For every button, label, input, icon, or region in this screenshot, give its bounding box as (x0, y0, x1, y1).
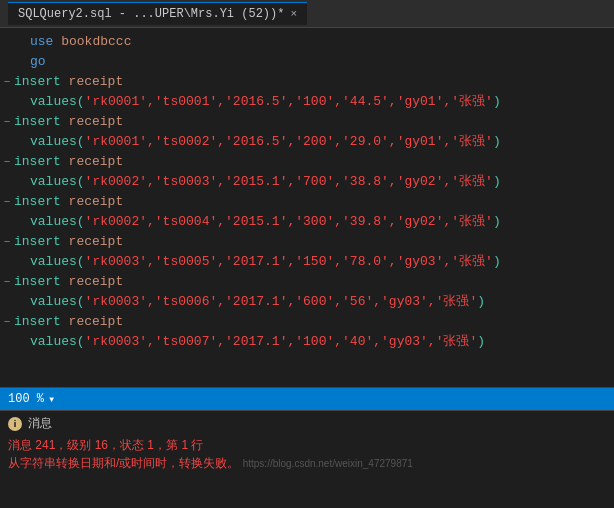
line-content: insert receipt (14, 112, 610, 132)
code-token: receipt (69, 314, 124, 329)
messages-label: 消息 (28, 415, 52, 432)
code-token: bookdbccc (61, 34, 131, 49)
code-token: ) (477, 334, 485, 349)
line-content: values('rk0002','ts0003','2015.1','700',… (14, 172, 610, 192)
line-content: values('rk0003','ts0006','2017.1','600',… (14, 292, 610, 312)
code-token: insert (14, 74, 69, 89)
code-token: values( (30, 94, 85, 109)
code-token: values( (30, 174, 85, 189)
title-bar: SQLQuery2.sql - ...UPER\Mrs.Yi (52))* × (0, 0, 614, 28)
line-content: use bookdbccc (14, 32, 610, 52)
code-token: 'rk0003','ts0007','2017.1','100','40','g… (85, 334, 478, 349)
code-token: receipt (69, 234, 124, 249)
zoom-dropdown-icon[interactable]: ▾ (48, 392, 55, 407)
line-content: insert receipt (14, 272, 610, 292)
message-line-2: 从字符串转换日期和/或时间时，转换失败。 https://blog.csdn.n… (8, 454, 606, 473)
collapse-button[interactable]: − (0, 72, 14, 92)
code-token: values( (30, 334, 85, 349)
code-line: go (0, 52, 614, 72)
code-token: ) (493, 174, 501, 189)
tab-close-button[interactable]: × (290, 8, 297, 20)
line-content: insert receipt (14, 312, 610, 332)
collapse-button[interactable]: − (0, 192, 14, 212)
tab-label: SQLQuery2.sql - ...UPER\Mrs.Yi (52))* (18, 7, 284, 21)
status-bar: 100 % ▾ (0, 388, 614, 410)
code-token: values( (30, 134, 85, 149)
code-token: insert (14, 114, 69, 129)
code-token: receipt (69, 194, 124, 209)
code-line: values('rk0003','ts0006','2017.1','600',… (0, 292, 614, 312)
code-line: use bookdbccc (0, 32, 614, 52)
code-token: 'rk0002','ts0003','2015.1','700','38.8',… (85, 174, 493, 189)
collapse-button[interactable]: − (0, 112, 14, 132)
code-token: values( (30, 254, 85, 269)
code-token: 'rk0003','ts0005','2017.1','150','78.0',… (85, 254, 493, 269)
line-content: values('rk0003','ts0005','2017.1','150',… (14, 252, 610, 272)
code-editor[interactable]: use bookdbcccgo−insert receiptvalues('rk… (0, 28, 614, 388)
code-token: insert (14, 314, 69, 329)
code-token: values( (30, 294, 85, 309)
code-token: 'rk0003','ts0006','2017.1','600','56','g… (85, 294, 478, 309)
code-token: receipt (69, 114, 124, 129)
code-token: insert (14, 154, 69, 169)
line-content: insert receipt (14, 72, 610, 92)
code-line: −insert receipt (0, 72, 614, 92)
messages-panel: i 消息 消息 241，级别 16，状态 1，第 1 行 从字符串转换日期和/或… (0, 410, 614, 508)
code-line: −insert receipt (0, 272, 614, 292)
code-token: receipt (69, 274, 124, 289)
code-line: −insert receipt (0, 232, 614, 252)
line-content: insert receipt (14, 192, 610, 212)
message-line-1: 消息 241，级别 16，状态 1，第 1 行 (8, 436, 606, 454)
collapse-button[interactable]: − (0, 232, 14, 252)
collapse-button[interactable]: − (0, 312, 14, 332)
code-token: ) (493, 134, 501, 149)
code-token: insert (14, 194, 69, 209)
editor-tab[interactable]: SQLQuery2.sql - ...UPER\Mrs.Yi (52))* × (8, 2, 307, 25)
code-token: insert (14, 274, 69, 289)
code-token: receipt (69, 154, 124, 169)
line-content: values('rk0002','ts0004','2015.1','300',… (14, 212, 610, 232)
code-token: 'rk0001','ts0001','2016.5','100','44.5',… (85, 94, 493, 109)
collapse-button[interactable]: − (0, 152, 14, 172)
messages-header: i 消息 (8, 415, 606, 432)
code-token: 'rk0001','ts0002','2016.5','200','29.0',… (85, 134, 493, 149)
code-line: values('rk0003','ts0005','2017.1','150',… (0, 252, 614, 272)
line-content: values('rk0001','ts0002','2016.5','200',… (14, 132, 610, 152)
code-token: 'rk0002','ts0004','2015.1','300','39.8',… (85, 214, 493, 229)
code-token: ) (493, 94, 501, 109)
code-line: −insert receipt (0, 152, 614, 172)
line-content: values('rk0001','ts0001','2016.5','100',… (14, 92, 610, 112)
code-line: −insert receipt (0, 192, 614, 212)
code-line: −insert receipt (0, 112, 614, 132)
line-content: insert receipt (14, 232, 610, 252)
code-token: values( (30, 214, 85, 229)
code-token: ) (477, 294, 485, 309)
zoom-control[interactable]: 100 % ▾ (8, 392, 55, 407)
watermark: https://blog.csdn.net/weixin_47279871 (243, 458, 413, 469)
code-line: values('rk0001','ts0002','2016.5','200',… (0, 132, 614, 152)
zoom-label: 100 % (8, 392, 44, 406)
line-content: go (14, 52, 610, 72)
line-content: values('rk0003','ts0007','2017.1','100',… (14, 332, 610, 352)
code-token: ) (493, 254, 501, 269)
code-line: values('rk0003','ts0007','2017.1','100',… (0, 332, 614, 352)
code-token: insert (14, 234, 69, 249)
collapse-button[interactable]: − (0, 272, 14, 292)
code-token: receipt (69, 74, 124, 89)
code-line: values('rk0002','ts0004','2015.1','300',… (0, 212, 614, 232)
message-icon: i (8, 417, 22, 431)
code-line: values('rk0001','ts0001','2016.5','100',… (0, 92, 614, 112)
code-token: go (30, 54, 46, 69)
code-line: values('rk0002','ts0003','2015.1','700',… (0, 172, 614, 192)
code-line: −insert receipt (0, 312, 614, 332)
code-token: ) (493, 214, 501, 229)
code-token: use (30, 34, 61, 49)
line-content: insert receipt (14, 152, 610, 172)
